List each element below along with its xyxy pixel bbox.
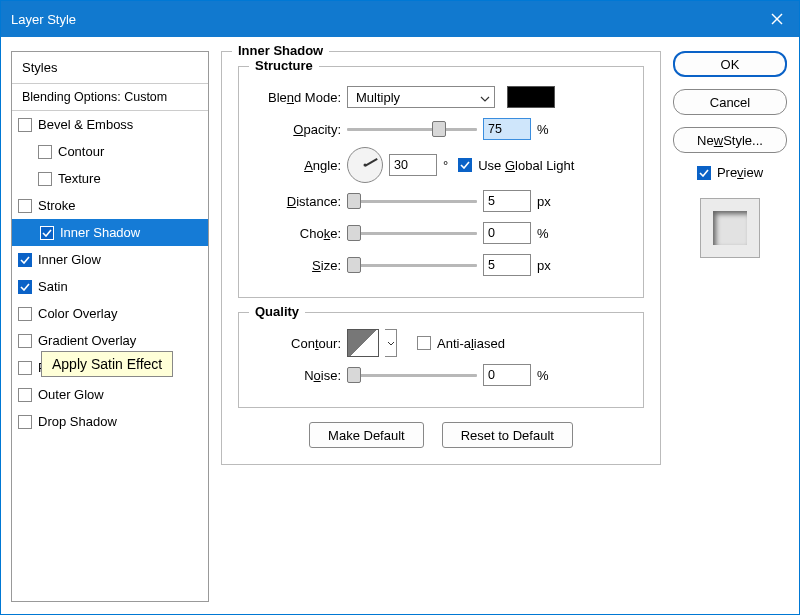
opacity-slider[interactable] bbox=[347, 120, 477, 138]
styles-header[interactable]: Styles bbox=[12, 52, 208, 84]
style-item-inner-shadow[interactable]: Inner Shadow bbox=[12, 219, 208, 246]
choke-slider[interactable] bbox=[347, 224, 477, 242]
opacity-unit: % bbox=[537, 122, 559, 137]
blend-mode-combo[interactable]: Multiply bbox=[347, 86, 495, 108]
distance-label: Distance: bbox=[255, 194, 341, 209]
checkbox-icon bbox=[18, 415, 32, 429]
distance-slider[interactable] bbox=[347, 192, 477, 210]
contour-dropdown-button[interactable] bbox=[385, 329, 397, 357]
distance-input[interactable] bbox=[483, 190, 531, 212]
style-item-satin[interactable]: Satin bbox=[12, 273, 208, 300]
blend-mode-label: Blend Mode: bbox=[255, 90, 341, 105]
ok-button[interactable]: OK bbox=[673, 51, 787, 77]
style-item-label: Inner Shadow bbox=[60, 225, 140, 240]
make-default-button[interactable]: Make Default bbox=[309, 422, 424, 448]
use-global-light-label: Use Global Light bbox=[478, 158, 574, 173]
titlebar: Layer Style bbox=[1, 1, 799, 37]
checkbox-icon bbox=[18, 361, 32, 375]
checkbox-icon bbox=[18, 280, 32, 294]
contour-label: Contour: bbox=[255, 336, 341, 351]
structure-legend: Structure bbox=[249, 58, 319, 73]
cancel-button[interactable]: Cancel bbox=[673, 89, 787, 115]
angle-unit: ° bbox=[443, 158, 448, 173]
use-global-light-checkbox[interactable]: Use Global Light bbox=[458, 158, 574, 173]
blend-mode-row: Blend Mode: Multiply bbox=[255, 81, 627, 113]
style-item-stroke[interactable]: Stroke bbox=[12, 192, 208, 219]
action-panel: OK Cancel New Style... Preview bbox=[673, 51, 787, 602]
settings-panel: Inner Shadow Structure Blend Mode: Multi… bbox=[221, 51, 661, 602]
style-item-label: Contour bbox=[58, 144, 104, 159]
noise-slider[interactable] bbox=[347, 366, 477, 384]
checkbox-icon bbox=[697, 166, 711, 180]
style-item-label: Drop Shadow bbox=[38, 414, 117, 429]
style-item-label: Bevel & Emboss bbox=[38, 117, 133, 132]
style-item-gradient-overlay[interactable]: Gradient Overlay bbox=[12, 327, 208, 354]
layer-style-dialog: Layer Style Styles Blending Options: Cus… bbox=[0, 0, 800, 615]
blending-options-header[interactable]: Blending Options: Custom bbox=[12, 84, 208, 111]
default-buttons-row: Make Default Reset to Default bbox=[238, 422, 644, 448]
contour-row: Contour: Anti-aliased bbox=[255, 327, 627, 359]
checkbox-icon bbox=[417, 336, 431, 350]
checkbox-icon bbox=[38, 145, 52, 159]
opacity-row: Opacity: % bbox=[255, 113, 627, 145]
style-item-label: Inner Glow bbox=[38, 252, 101, 267]
checkbox-icon bbox=[40, 226, 54, 240]
checkbox-icon bbox=[18, 388, 32, 402]
noise-row: Noise: % bbox=[255, 359, 627, 391]
quality-legend: Quality bbox=[249, 304, 305, 319]
angle-input[interactable] bbox=[389, 154, 437, 176]
size-input[interactable] bbox=[483, 254, 531, 276]
style-item-contour[interactable]: Contour bbox=[12, 138, 208, 165]
checkbox-icon bbox=[18, 334, 32, 348]
style-item-bevel-emboss[interactable]: Bevel & Emboss bbox=[12, 111, 208, 138]
reset-default-button[interactable]: Reset to Default bbox=[442, 422, 573, 448]
distance-row: Distance: px bbox=[255, 185, 627, 217]
preview-checkbox[interactable]: Preview bbox=[673, 165, 787, 180]
checkbox-icon bbox=[38, 172, 52, 186]
preview-swatch bbox=[700, 198, 760, 258]
checkbox-icon bbox=[458, 158, 472, 172]
inner-shadow-group: Inner Shadow Structure Blend Mode: Multi… bbox=[221, 51, 661, 465]
chevron-down-icon bbox=[387, 341, 395, 346]
opacity-input[interactable] bbox=[483, 118, 531, 140]
panel-title: Inner Shadow bbox=[232, 43, 329, 58]
contour-swatch[interactable] bbox=[347, 329, 379, 357]
style-item-label: Stroke bbox=[38, 198, 76, 213]
checkbox-icon bbox=[18, 118, 32, 132]
size-slider[interactable] bbox=[347, 256, 477, 274]
styles-panel: Styles Blending Options: Custom Bevel & … bbox=[11, 51, 209, 602]
close-icon bbox=[770, 12, 784, 26]
choke-input[interactable] bbox=[483, 222, 531, 244]
style-item-label: Outer Glow bbox=[38, 387, 104, 402]
style-item-outer-glow[interactable]: Outer Glow bbox=[12, 381, 208, 408]
style-item-label: Gradient Overlay bbox=[38, 333, 136, 348]
checkbox-icon bbox=[18, 199, 32, 213]
angle-label: Angle: bbox=[255, 158, 341, 173]
chevron-down-icon bbox=[480, 90, 490, 105]
preview-inner bbox=[713, 211, 747, 245]
style-item-texture[interactable]: Texture bbox=[12, 165, 208, 192]
quality-group: Quality Contour: Anti-aliased Noise: bbox=[238, 312, 644, 408]
size-label: Size: bbox=[255, 258, 341, 273]
choke-row: Choke: % bbox=[255, 217, 627, 249]
checkbox-icon bbox=[18, 253, 32, 267]
new-style-button[interactable]: New Style... bbox=[673, 127, 787, 153]
blend-mode-value: Multiply bbox=[356, 90, 400, 105]
style-item-label: Color Overlay bbox=[38, 306, 117, 321]
style-item-inner-glow[interactable]: Inner Glow bbox=[12, 246, 208, 273]
size-unit: px bbox=[537, 258, 559, 273]
angle-row: Angle: ° Use Global Light bbox=[255, 145, 627, 185]
checkbox-icon bbox=[18, 307, 32, 321]
angle-dial[interactable] bbox=[347, 147, 383, 183]
close-button[interactable] bbox=[755, 1, 799, 37]
antialiased-label: Anti-aliased bbox=[437, 336, 505, 351]
antialiased-checkbox[interactable]: Anti-aliased bbox=[417, 336, 505, 351]
noise-input[interactable] bbox=[483, 364, 531, 386]
style-item-label: Texture bbox=[58, 171, 101, 186]
noise-unit: % bbox=[537, 368, 559, 383]
choke-label: Choke: bbox=[255, 226, 341, 241]
style-item-color-overlay[interactable]: Color Overlay bbox=[12, 300, 208, 327]
color-swatch[interactable] bbox=[507, 86, 555, 108]
style-item-drop-shadow[interactable]: Drop Shadow bbox=[12, 408, 208, 435]
choke-unit: % bbox=[537, 226, 559, 241]
